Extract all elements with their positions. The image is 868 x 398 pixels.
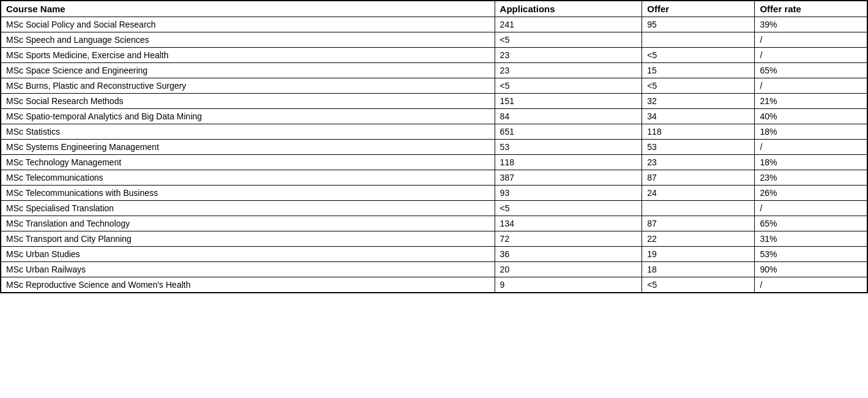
cell-offer-rate: 26% <box>755 186 867 201</box>
cell-applications: 84 <box>495 109 642 124</box>
cell-course: MSc Speech and Language Sciences <box>1 32 495 48</box>
cell-offer-rate: 18% <box>755 124 867 140</box>
cell-offer: <5 <box>642 48 755 63</box>
cell-course: MSc Spatio-temporal Analytics and Big Da… <box>1 109 495 124</box>
header-offer-rate: Offer rate <box>755 1 867 17</box>
cell-course: MSc Statistics <box>1 124 495 140</box>
cell-applications: 36 <box>495 247 642 262</box>
cell-offer-rate: / <box>755 48 867 63</box>
cell-applications: <5 <box>495 78 642 94</box>
cell-applications: 72 <box>495 231 642 247</box>
cell-offer: 53 <box>642 140 755 155</box>
cell-offer: 19 <box>642 247 755 262</box>
cell-offer: 32 <box>642 94 755 109</box>
cell-course: MSc Technology Management <box>1 155 495 170</box>
header-applications: Applications <box>495 1 642 17</box>
cell-applications: 651 <box>495 124 642 140</box>
cell-course: MSc Transport and City Planning <box>1 231 495 247</box>
cell-offer-rate: 21% <box>755 94 867 109</box>
cell-course: MSc Systems Engineering Management <box>1 140 495 155</box>
table-row: MSc Telecommunications3878723% <box>1 170 867 186</box>
cell-course: MSc Reproductive Science and Women's Hea… <box>1 277 495 293</box>
cell-course: MSc Urban Studies <box>1 247 495 262</box>
cell-applications: 387 <box>495 170 642 186</box>
cell-offer-rate: 65% <box>755 63 867 78</box>
cell-applications: 151 <box>495 94 642 109</box>
cell-applications: <5 <box>495 201 642 216</box>
header-course: Course Name <box>1 1 495 17</box>
cell-offer: 95 <box>642 17 755 32</box>
cell-course: MSc Sports Medicine, Exercise and Health <box>1 48 495 63</box>
table-row: MSc Social Policy and Social Research241… <box>1 17 867 32</box>
cell-offer: 34 <box>642 109 755 124</box>
cell-offer-rate: / <box>755 140 867 155</box>
table-row: MSc Urban Railways201890% <box>1 262 867 277</box>
table-body: MSc Social Policy and Social Research241… <box>1 17 867 293</box>
cell-offer-rate: 18% <box>755 155 867 170</box>
cell-offer <box>642 32 755 48</box>
table-row: MSc Social Research Methods1513221% <box>1 94 867 109</box>
cell-applications: 9 <box>495 277 642 293</box>
cell-offer-rate: / <box>755 32 867 48</box>
cell-applications: <5 <box>495 32 642 48</box>
table-row: MSc Transport and City Planning722231% <box>1 231 867 247</box>
cell-course: MSc Telecommunications with Business <box>1 186 495 201</box>
cell-applications: 53 <box>495 140 642 155</box>
cell-applications: 118 <box>495 155 642 170</box>
cell-course: MSc Burns, Plastic and Reconstructive Su… <box>1 78 495 94</box>
cell-offer: <5 <box>642 78 755 94</box>
cell-offer <box>642 201 755 216</box>
cell-offer: 87 <box>642 216 755 231</box>
table-row: MSc Specialised Translation<5/ <box>1 201 867 216</box>
table-row: MSc Spatio-temporal Analytics and Big Da… <box>1 109 867 124</box>
cell-offer-rate: / <box>755 277 867 293</box>
header-offer: Offer <box>642 1 755 17</box>
cell-offer: <5 <box>642 277 755 293</box>
cell-offer: 87 <box>642 170 755 186</box>
cell-offer-rate: 40% <box>755 109 867 124</box>
cell-applications: 20 <box>495 262 642 277</box>
cell-offer: 18 <box>642 262 755 277</box>
table-header-row: Course Name Applications Offer Offer rat… <box>1 1 867 17</box>
cell-course: MSc Space Science and Engineering <box>1 63 495 78</box>
cell-offer: 118 <box>642 124 755 140</box>
table-row: MSc Speech and Language Sciences<5/ <box>1 32 867 48</box>
cell-course: MSc Social Research Methods <box>1 94 495 109</box>
table-row: MSc Space Science and Engineering231565% <box>1 63 867 78</box>
cell-course: MSc Telecommunications <box>1 170 495 186</box>
cell-offer: 15 <box>642 63 755 78</box>
table-row: MSc Technology Management1182318% <box>1 155 867 170</box>
table-row: MSc Sports Medicine, Exercise and Health… <box>1 48 867 63</box>
cell-applications: 23 <box>495 63 642 78</box>
cell-offer-rate: 65% <box>755 216 867 231</box>
cell-applications: 23 <box>495 48 642 63</box>
table-row: MSc Burns, Plastic and Reconstructive Su… <box>1 78 867 94</box>
cell-applications: 241 <box>495 17 642 32</box>
table-row: MSc Urban Studies361953% <box>1 247 867 262</box>
cell-offer-rate: 53% <box>755 247 867 262</box>
table-row: MSc Telecommunications with Business9324… <box>1 186 867 201</box>
cell-applications: 93 <box>495 186 642 201</box>
cell-offer: 23 <box>642 155 755 170</box>
cell-course: MSc Urban Railways <box>1 262 495 277</box>
cell-offer-rate: / <box>755 78 867 94</box>
cell-offer-rate: / <box>755 201 867 216</box>
course-table: Course Name Applications Offer Offer rat… <box>0 0 868 293</box>
cell-applications: 134 <box>495 216 642 231</box>
cell-offer-rate: 39% <box>755 17 867 32</box>
table-row: MSc Translation and Technology1348765% <box>1 216 867 231</box>
table-row: MSc Statistics65111818% <box>1 124 867 140</box>
cell-offer-rate: 23% <box>755 170 867 186</box>
cell-offer-rate: 90% <box>755 262 867 277</box>
table-container: Course Name Applications Offer Offer rat… <box>0 0 868 293</box>
cell-course: MSc Social Policy and Social Research <box>1 17 495 32</box>
cell-offer: 22 <box>642 231 755 247</box>
cell-offer-rate: 31% <box>755 231 867 247</box>
table-row: MSc Reproductive Science and Women's Hea… <box>1 277 867 293</box>
cell-course: MSc Specialised Translation <box>1 201 495 216</box>
cell-offer: 24 <box>642 186 755 201</box>
table-row: MSc Systems Engineering Management5353/ <box>1 140 867 155</box>
cell-course: MSc Translation and Technology <box>1 216 495 231</box>
